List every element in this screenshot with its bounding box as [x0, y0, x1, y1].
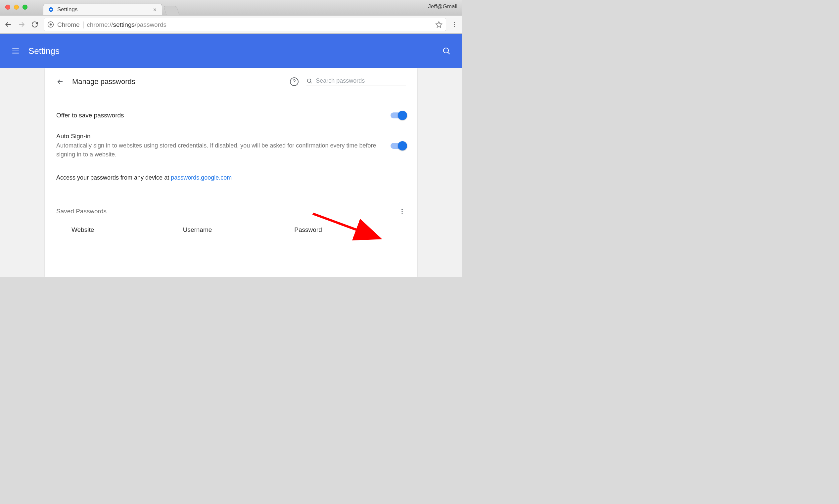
url-separator: |: [83, 20, 84, 29]
close-window-button[interactable]: [5, 5, 10, 10]
more-options-icon[interactable]: [399, 208, 406, 215]
new-tab-button[interactable]: [163, 6, 179, 15]
address-bar[interactable]: Chrome | chrome://settings/passwords: [44, 18, 446, 31]
profile-label[interactable]: Jeff@Gmail: [428, 3, 457, 10]
column-password: Password: [294, 226, 406, 233]
browser-toolbar: Chrome | chrome://settings/passwords: [0, 15, 462, 34]
tab-strip: Settings: [43, 0, 178, 15]
svg-point-8: [401, 211, 402, 212]
svg-point-3: [454, 24, 455, 25]
settings-card: Manage passwords ? Offer to save passwor…: [45, 68, 417, 277]
settings-header-title: Settings: [29, 46, 59, 56]
access-prefix: Access your passwords from any device at: [56, 174, 171, 181]
url-suffix: /passwords: [135, 21, 167, 29]
access-passwords-text: Access your passwords from any device at…: [45, 166, 417, 184]
close-tab-icon[interactable]: [153, 7, 157, 12]
svg-point-9: [401, 213, 402, 214]
offer-save-row: Offer to save passwords: [45, 105, 417, 126]
browser-menu-icon[interactable]: [451, 21, 458, 28]
browser-tab[interactable]: Settings: [43, 4, 162, 15]
url-bold: settings: [113, 21, 135, 29]
saved-passwords-header: Saved Passwords: [45, 184, 417, 218]
svg-point-4: [454, 26, 455, 27]
auto-signin-row: Auto Sign-in Automatically sign in to we…: [45, 126, 417, 166]
password-search-input[interactable]: [316, 77, 406, 84]
saved-passwords-label: Saved Passwords: [56, 208, 399, 215]
svg-point-6: [308, 79, 311, 82]
svg-point-7: [401, 209, 402, 210]
search-icon: [307, 78, 312, 84]
svg-point-2: [454, 22, 455, 23]
chrome-icon: [47, 21, 54, 28]
url-text: Chrome | chrome://settings/passwords: [57, 20, 167, 29]
search-icon[interactable]: [442, 47, 451, 55]
offer-save-label: Offer to save passwords: [56, 112, 377, 119]
offer-save-toggle[interactable]: [390, 112, 406, 119]
page-title: Manage passwords: [72, 77, 135, 86]
gear-icon: [48, 6, 54, 13]
url-scheme-label: Chrome: [57, 21, 80, 29]
back-button[interactable]: [4, 20, 13, 29]
maximize-window-button[interactable]: [22, 5, 28, 10]
column-website: Website: [71, 226, 183, 233]
bookmark-star-icon[interactable]: [435, 21, 442, 28]
reload-button[interactable]: [31, 20, 39, 29]
column-username: Username: [183, 226, 295, 233]
traffic-lights: [5, 5, 28, 10]
back-arrow-icon[interactable]: [56, 78, 64, 86]
forward-button[interactable]: [17, 20, 26, 29]
auto-signin-toggle[interactable]: [390, 143, 406, 149]
password-search[interactable]: [307, 77, 406, 86]
menu-icon[interactable]: [11, 47, 20, 55]
window-titlebar: Settings Jeff@Gmail: [0, 0, 462, 15]
password-table-header: Website Username Password: [45, 218, 417, 241]
minimize-window-button[interactable]: [14, 5, 19, 10]
settings-header: Settings: [0, 34, 462, 68]
auto-signin-label: Auto Sign-in: [56, 132, 377, 140]
passwords-google-link[interactable]: passwords.google.com: [171, 174, 232, 181]
svg-point-1: [50, 23, 52, 26]
card-header: Manage passwords ?: [45, 68, 417, 92]
auto-signin-description: Automatically sign in to websites using …: [56, 141, 377, 159]
tab-title: Settings: [57, 6, 149, 13]
svg-point-5: [443, 48, 449, 53]
help-icon[interactable]: ?: [290, 77, 299, 86]
url-prefix: chrome://: [87, 21, 113, 29]
content-area: Manage passwords ? Offer to save passwor…: [0, 68, 462, 277]
